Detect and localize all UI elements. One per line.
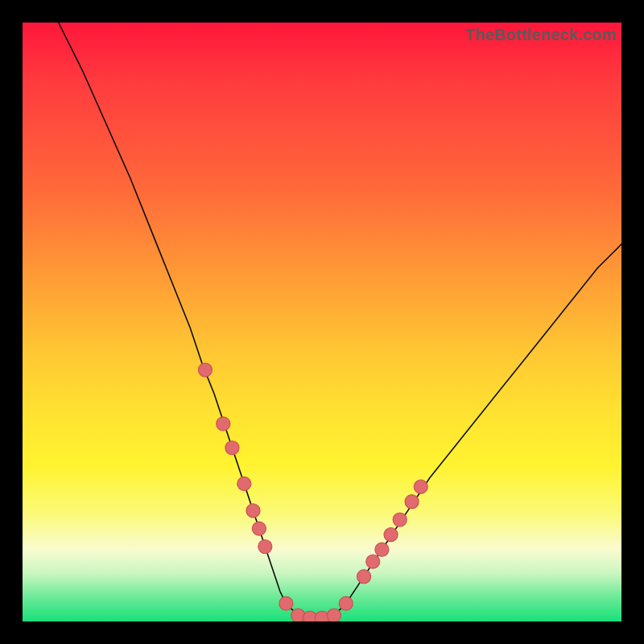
marker-dot: [405, 495, 419, 509]
bottleneck-curve: [59, 23, 621, 618]
chart-svg: [23, 23, 621, 621]
marker-dot: [339, 597, 353, 610]
marker-dot: [414, 480, 427, 493]
marker-dot: [393, 513, 407, 526]
chart-frame: TheBottleneck.com: [0, 0, 644, 644]
marker-dot: [279, 597, 293, 610]
marker-dot: [217, 417, 230, 431]
marker-dot: [375, 543, 389, 556]
marker-dot: [237, 477, 251, 490]
marker-dot: [366, 555, 380, 568]
marker-dot: [357, 570, 371, 584]
marker-dot: [252, 522, 266, 535]
marker-dot: [327, 609, 341, 621]
marker-dot: [291, 609, 305, 621]
marker-dot: [384, 528, 398, 542]
marker-dot: [303, 611, 317, 621]
marker-dot: [246, 504, 260, 518]
highlight-markers: [198, 363, 427, 621]
marker-dot: [198, 363, 212, 377]
marker-dot: [258, 539, 272, 553]
marker-dot: [225, 441, 239, 455]
plot-area: TheBottleneck.com: [23, 23, 621, 621]
